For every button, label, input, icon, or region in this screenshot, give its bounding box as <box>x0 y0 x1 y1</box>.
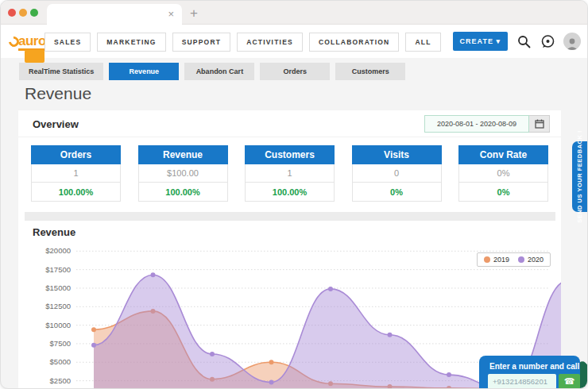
chart-legend: 20192020 <box>477 252 551 267</box>
stat-card-conv-rate: Conv Rate0%0% <box>458 145 548 202</box>
y-tick: $7500 <box>18 339 71 348</box>
menu-item-support[interactable]: SUPPORT <box>172 33 231 52</box>
tab-realtime-statistics[interactable]: RealTime Statistics <box>19 63 103 80</box>
phone-icon: ☎ <box>564 376 575 386</box>
chart-heading: Revenue <box>33 226 75 238</box>
stat-hd: Orders <box>31 145 121 164</box>
tab-revenue[interactable]: Revenue <box>109 63 179 80</box>
y-tick: $2500 <box>18 376 71 385</box>
navbar-actions: CREATE ▾ <box>453 32 581 51</box>
legend-item-2020[interactable]: 2020 <box>518 256 544 264</box>
legend-dot-icon <box>518 256 524 263</box>
stat-pct: 100.00% <box>245 183 335 202</box>
dial-button[interactable]: ☎ <box>559 374 580 389</box>
stat-hd: Revenue <box>138 145 228 164</box>
stat-val: 1 <box>245 164 335 183</box>
y-tick: $12500 <box>18 302 71 310</box>
call-widget: Enter a number and call ☎ <box>479 356 580 389</box>
menu-item-activities[interactable]: ACTIVITIES <box>237 33 303 52</box>
app-navbar: auro SALESMARKETINGSUPPORTACTIVITIESCOLL… <box>1 25 587 58</box>
y-tick: $17500 <box>18 265 71 274</box>
overview-header: Overview <box>18 110 561 137</box>
calendar-icon[interactable] <box>529 115 550 133</box>
y-tick: $20000 <box>18 246 71 255</box>
menu-item-sales[interactable]: SALES <box>44 33 91 52</box>
stat-val: 0% <box>458 164 548 183</box>
data-point-2019 <box>91 327 96 332</box>
data-point-2020 <box>269 380 274 385</box>
stat-pct: 100.00% <box>31 183 121 202</box>
section-tabs: RealTime StatisticsRevenueAbandon CartOr… <box>19 63 405 80</box>
stat-val: 1 <box>31 164 121 183</box>
browser-tab[interactable]: × <box>47 4 182 25</box>
window-minimize-icon[interactable] <box>19 9 27 17</box>
data-point-2020 <box>328 287 333 291</box>
data-point-2020 <box>151 272 156 277</box>
menu-item-all[interactable]: ALL <box>405 33 440 52</box>
create-button[interactable]: CREATE ▾ <box>453 32 508 51</box>
phone-number-input[interactable] <box>488 374 556 389</box>
stat-val: 0 <box>352 164 442 183</box>
stats-row: Orders1100.00%Revenue$100.00100.00%Custo… <box>31 145 548 202</box>
stat-pct: 0% <box>352 183 442 202</box>
browser-window: × + auro SALESMARKETINGSUPPORTACTIVITIES… <box>0 0 588 389</box>
data-point-2020 <box>388 333 393 337</box>
stat-card-customers: Customers1100.00% <box>245 145 335 202</box>
call-input-row: ☎ <box>488 374 580 389</box>
window-close-icon[interactable] <box>8 9 16 17</box>
tab-customers[interactable]: Customers <box>335 63 405 80</box>
tab-orders[interactable]: Orders <box>260 63 330 80</box>
logo-text: auro <box>18 33 46 51</box>
date-range-control <box>424 115 550 133</box>
date-range-input[interactable] <box>424 115 529 133</box>
new-tab-icon[interactable]: + <box>190 3 198 24</box>
menu-item-collaboration[interactable]: COLLABORATION <box>309 33 400 52</box>
stat-val: $100.00 <box>138 164 228 183</box>
window-zoom-icon[interactable] <box>30 9 38 17</box>
legend-label: 2019 <box>493 256 509 264</box>
tab-abandon-cart[interactable]: Abandon Cart <box>184 63 254 80</box>
feedback-label: SEND US YOUR FEEDBACK ! <box>576 130 583 223</box>
stat-card-revenue: Revenue$100.00100.00% <box>138 145 228 202</box>
y-tick: $10000 <box>18 321 71 329</box>
logo-badge <box>25 50 44 63</box>
y-tick: $5000 <box>18 357 71 366</box>
help-bubble-icon[interactable] <box>540 33 555 49</box>
main-menu: SALESMARKETINGSUPPORTACTIVITIESCOLLABORA… <box>44 33 441 52</box>
legend-item-2019[interactable]: 2019 <box>484 256 509 264</box>
stat-card-orders: Orders1100.00% <box>31 145 121 202</box>
user-avatar[interactable] <box>563 33 581 50</box>
stat-hd: Visits <box>352 145 442 164</box>
caret-down-icon: ▾ <box>496 37 501 45</box>
feedback-button[interactable]: SEND US YOUR FEEDBACK ! <box>572 141 587 212</box>
stat-hd: Customers <box>245 145 335 164</box>
stat-hd: Conv Rate <box>458 145 548 164</box>
data-point-2020 <box>210 352 215 356</box>
stat-card-visits: Visits00% <box>352 145 442 202</box>
data-point-2020 <box>447 372 451 377</box>
browser-chrome: × + <box>1 1 587 25</box>
call-widget-label: Enter a number and call <box>489 362 579 371</box>
y-tick: $15000 <box>18 283 71 292</box>
legend-label: 2020 <box>528 256 544 264</box>
stat-pct: 0% <box>458 183 548 202</box>
main-panel: Overview Orders1100.00%Revenue$100.00100… <box>18 110 561 389</box>
search-icon[interactable] <box>516 33 532 49</box>
app-logo[interactable]: auro <box>9 33 46 49</box>
stat-pct: 100.00% <box>138 183 228 202</box>
page-title: Revenue <box>25 84 91 103</box>
data-point-2020 <box>91 343 96 348</box>
overview-heading: Overview <box>33 118 79 130</box>
data-point-2019 <box>269 360 274 364</box>
menu-item-marketing[interactable]: MARKETING <box>97 33 165 52</box>
tab-close-icon[interactable]: × <box>168 4 174 25</box>
legend-dot-icon <box>484 256 490 263</box>
section-divider <box>25 212 555 221</box>
